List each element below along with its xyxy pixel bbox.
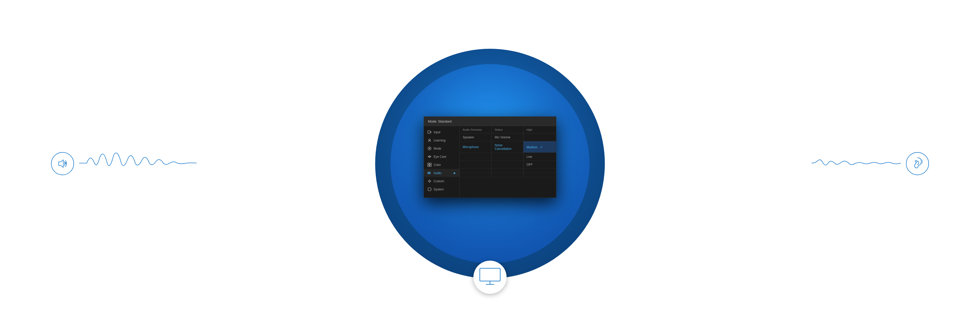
cell-status-micvolume: Mic Volume (492, 133, 523, 141)
custom-icon (428, 179, 431, 183)
nav-label-input: Input (434, 130, 441, 134)
speaker-circle (51, 152, 74, 175)
cell-status-noisecancellation: Noise Cancellation (492, 141, 523, 153)
nav-label-eyecare: Eye Care (434, 155, 446, 158)
monitor-svg (479, 267, 501, 287)
cell-empty3 (460, 169, 492, 173)
col-header-value: High (523, 126, 556, 133)
cell-scenario-empty2 (460, 161, 492, 169)
nav-label-custom: Custom (434, 179, 444, 183)
svg-rect-3 (428, 131, 430, 133)
table-row[interactable]: Microphone Noise Cancellation Medium ✓ (460, 141, 556, 153)
nav-item-input[interactable]: Input (424, 128, 460, 136)
audio-icon (428, 171, 431, 175)
check-icon: ✓ (540, 145, 543, 149)
speaker-icon (56, 157, 69, 170)
nav-label-system: System (434, 187, 444, 191)
cell-scenario-microphone: Microphone (460, 141, 492, 153)
table-row (460, 173, 556, 177)
system-icon (428, 187, 431, 191)
nav-item-color[interactable]: Color (424, 161, 460, 169)
osd-titlebar: Mode: Standard (424, 116, 556, 126)
input-icon (428, 130, 431, 134)
ear-icon (911, 156, 924, 171)
svg-marker-0 (59, 160, 63, 167)
svg-point-6 (428, 147, 431, 150)
nav-arrow-audio: ▶ (454, 172, 456, 174)
svg-rect-9 (430, 163, 431, 164)
nav-label-color: Color (434, 163, 441, 166)
learning-icon (428, 138, 431, 142)
col-header-scenario: Audio Scenario (460, 126, 492, 133)
cell-empty6 (460, 173, 492, 177)
table-row (460, 169, 556, 173)
audio-table: Audio Scenario Status High Speaker Mic V… (460, 126, 556, 177)
cell-value-off[interactable]: OFF (523, 161, 556, 169)
svg-point-13 (429, 180, 430, 182)
mode-icon (428, 146, 431, 150)
svg-point-7 (429, 156, 430, 157)
svg-rect-11 (430, 165, 431, 166)
speaker-icon-container (51, 152, 74, 175)
osd-title: Mode: Standard (428, 119, 452, 123)
table-header-row: Audio Scenario Status High (460, 126, 556, 133)
table-row[interactable]: Speaker Mic Volume (460, 133, 556, 141)
cell-status-empty (492, 153, 523, 161)
eyecare-icon (428, 155, 431, 158)
osd-right-panel: Audio Scenario Status High Speaker Mic V… (460, 126, 556, 197)
cell-value-empty1 (523, 133, 556, 141)
cell-value-medium[interactable]: Medium ✓ (523, 141, 556, 153)
left-waveform (79, 148, 197, 179)
col-header-status: Status (492, 126, 523, 133)
nav-label-audio: Audio (434, 171, 442, 175)
cell-status-empty2 (492, 161, 523, 169)
nav-item-system[interactable]: System (424, 185, 460, 193)
ear-circle (906, 152, 929, 175)
svg-rect-10 (428, 165, 429, 166)
nav-item-custom[interactable]: Custom (424, 177, 460, 185)
osd-content: Input Learning Mode (424, 126, 556, 197)
table-row[interactable]: OFF (460, 161, 556, 169)
nav-item-learning[interactable]: Learning (424, 136, 460, 144)
cell-scenario-speaker: Speaker (460, 133, 492, 141)
svg-point-4 (429, 139, 430, 140)
cell-empty4 (492, 169, 523, 173)
monitor-illustration (473, 261, 507, 294)
nav-label-learning: Learning (434, 138, 445, 142)
svg-rect-8 (428, 163, 429, 164)
cell-value-low[interactable]: Low (523, 153, 556, 161)
cell-empty8 (523, 173, 556, 177)
osd-nav-menu: Input Learning Mode (424, 126, 460, 197)
ear-icon-container (906, 152, 929, 175)
monitor-circle (473, 261, 507, 294)
nav-item-eyecare[interactable]: Eye Care (424, 152, 460, 161)
svg-rect-16 (480, 268, 500, 281)
svg-point-5 (429, 148, 430, 149)
cell-empty5 (523, 169, 556, 173)
right-waveform (811, 153, 901, 174)
color-icon (428, 163, 431, 167)
osd-window: Mode: Standard Input Learning (424, 116, 556, 198)
nav-item-audio[interactable]: Audio ▶ (424, 169, 460, 177)
nav-label-mode: Mode (434, 147, 441, 150)
cell-empty7 (492, 173, 523, 177)
nav-item-mode[interactable]: Mode (424, 144, 460, 152)
table-row[interactable]: Low (460, 153, 556, 161)
cell-scenario-empty (460, 153, 492, 161)
